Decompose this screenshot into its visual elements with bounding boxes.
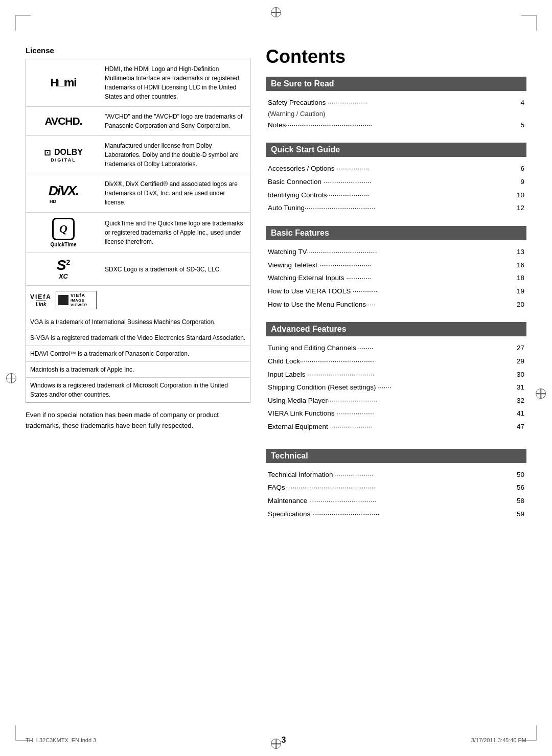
section-header-advanced: Advanced Features [266,322,526,336]
section-basic-features: Basic Features Watching TV··············… [266,226,526,311]
toc-item-external-equipment: External Equipment ·····················… [266,420,526,433]
license-row-viera: VIEfA Link VIEfA IMAGE VIEWER [26,286,250,314]
dolby-logo: ⊡ DOLBY DIGITAL [30,148,97,163]
section-technical: Technical Technical Information ········… [266,449,526,521]
reg-mark-left [6,373,16,383]
viera-logos: VIEfA Link VIEfA IMAGE VIEWER [30,291,97,309]
toc-item-viera-link: VIERA Link Functions ···················… [266,407,526,420]
vga-row-windows: Windows is a registered trademark of Mic… [26,378,250,402]
license-title: License [26,46,250,55]
toc-item-specifications: Specifications ·························… [266,508,526,521]
section-advanced-features: Advanced Features Tuning and Editing Cha… [266,322,526,433]
toc-item-watching-tv: Watching TV·····························… [266,245,526,259]
toc-item-identifying: Identifying Controls····················… [266,189,526,202]
contents-title: Contents [266,46,526,67]
avchd-text: "AVCHD" and the "AVCHD" logo are tradema… [105,112,246,130]
toc-item-input-labels: Input Labels ···························… [266,368,526,381]
toc-item-child-lock: Child Lock······························… [266,355,526,368]
footnote-text: Even if no special notation has been mad… [26,410,250,431]
toc-item-safety: Safety Precautions ·····················… [266,96,526,109]
section-header-technical: Technical [266,449,526,463]
right-column: Contents Be Sure to Read Safety Precauti… [266,46,526,736]
footer: TH_L32C3KMTX_EN.indd 3 3 3/17/2011 3:45:… [26,736,526,745]
section-be-sure-to-read: Be Sure to Read Safety Precautions ·····… [266,77,526,131]
reg-mark-top-center [271,7,281,17]
toc-item-teletext: Viewing Teletext ·······················… [266,259,526,272]
toc-item-viera-tools: How to Use VIERA TOOLS ············· 19 [266,285,526,298]
image-viewer-logo: VIEfA IMAGE VIEWER [56,291,97,309]
license-row-quicktime: Q QuickTime QuickTime and the QuickTime … [26,213,250,253]
toc-item-tuning: Tuning and Editing Channels ········ 27 [266,341,526,355]
toc-item-warning: (Warning / Caution) [266,109,526,119]
toc-item-shipping: Shipping Condition (Reset settings) ····… [266,381,526,394]
viera-link-logo: VIEfA Link [30,293,52,307]
vga-row-svga: S-VGA is a registered trademark of the V… [26,330,250,346]
toc-item-tech-info: Technical Information ··················… [266,468,526,482]
section-header-basic-features: Basic Features [266,226,526,240]
page-number: 3 [282,736,286,745]
avchd-logo: AVCHD. [30,115,97,127]
toc-item-menu-functions: How to Use the Menu Functions····· 20 [266,298,526,311]
toc-item-accessories: Accessories / Options ················· … [266,162,526,175]
license-box: H□mi HDMI, the HDMI Logo and High-Defini… [26,59,250,403]
corner-mark-top-left [15,15,31,31]
footer-right: 3/17/2011 3:45:40 PM [471,737,526,743]
vga-rows: VGA is a trademark of International Busi… [26,314,250,402]
divx-logo: DiVX. HD [30,183,97,204]
footer-left: TH_L32C3KMTX_EN.indd 3 [26,737,96,743]
vga-row-hdavi: HDAVI Control™ is a trademark of Panason… [26,346,250,362]
hdmi-logo: H□mi [30,76,97,89]
section-header-quick-start: Quick Start Guide [266,143,526,157]
vga-row-vga: VGA is a trademark of International Busi… [26,314,250,330]
hdmi-text: HDMI, the HDMI Logo and High-Definition … [105,64,246,101]
divx-text: DivX®, DivX Certified® and associated lo… [105,179,246,207]
image-viewer-icon [58,295,68,305]
license-row-sdxc: S2 XC SDXC Logo is a trademark of SD-3C,… [26,253,250,286]
toc-item-external-inputs: Watching External Inputs ············· 1… [266,271,526,285]
quicktime-icon: Q [52,218,75,240]
toc-item-notes: Notes···································… [266,119,526,132]
section-header-be-sure-to-read: Be Sure to Read [266,77,526,91]
toc-item-basic-connection: Basic Connection ·······················… [266,175,526,189]
reg-mark-right [536,388,546,399]
license-row-divx: DiVX. HD DivX®, DivX Certified® and asso… [26,174,250,213]
quicktime-logo: Q QuickTime [30,218,97,247]
toc-item-faqs: FAQs····································… [266,481,526,494]
license-row-hdmi: H□mi HDMI, the HDMI Logo and High-Defini… [26,59,250,107]
section-quick-start-guide: Quick Start Guide Accessories / Options … [266,143,526,215]
toc-item-media-player: Using Media Player······················… [266,394,526,407]
toc-item-maintenance: Maintenance ····························… [266,494,526,508]
sdxc-logo: S2 XC [30,258,97,280]
license-row-dolby: ⊡ DOLBY DIGITAL Manufactured under licen… [26,136,250,174]
quicktime-text: QuickTime and the QuickTime logo are tra… [105,219,246,246]
toc-item-auto-tuning: Auto Tuning·····························… [266,201,526,215]
dolby-text: Manufactured under license from Dolby La… [105,141,246,169]
sdxc-text: SDXC Logo is a trademark of SD-3C, LLC. [105,265,246,274]
vga-row-macintosh: Macintosh is a trademark of Apple Inc. [26,362,250,378]
corner-mark-top-right [521,15,537,31]
license-row-avchd: AVCHD. "AVCHD" and the "AVCHD" logo are … [26,107,250,136]
left-column: License H□mi HDMI, the HDMI Logo and Hig… [26,46,250,736]
